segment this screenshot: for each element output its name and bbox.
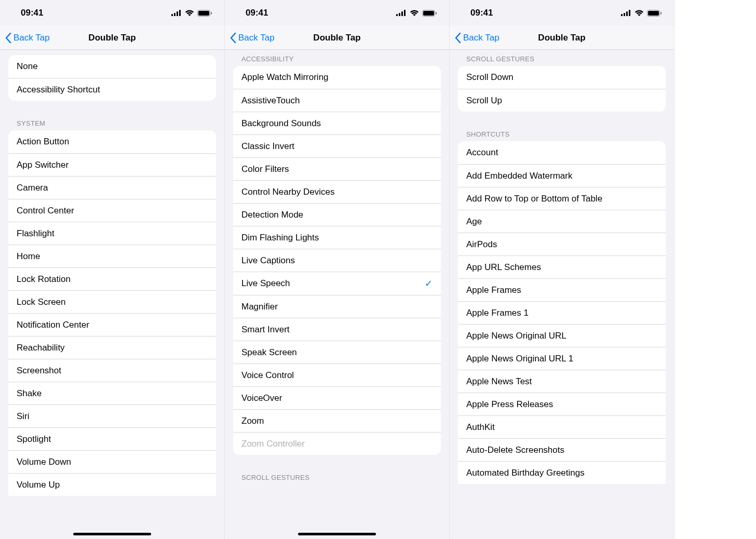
- svg-rect-12: [423, 11, 434, 16]
- back-label: Back Tap: [463, 33, 500, 43]
- list-item[interactable]: Account: [458, 141, 666, 164]
- list-item[interactable]: Siri: [8, 405, 216, 427]
- content-area[interactable]: None Accessibility Shortcut SYSTEM Actio…: [0, 50, 224, 539]
- list-item[interactable]: None: [8, 55, 216, 78]
- phone-1: 09:41 Back Tap Double Tap None Accessibi…: [0, 0, 225, 539]
- chevron-left-icon: [5, 33, 11, 43]
- list-item[interactable]: Apple Watch Mirroring: [233, 66, 441, 89]
- nav-title: Double Tap: [538, 33, 585, 43]
- cellular-icon: [396, 10, 407, 16]
- list-item[interactable]: Control Nearby Devices: [233, 180, 441, 203]
- checkmark-icon: ✓: [425, 278, 433, 289]
- nav-title: Double Tap: [313, 33, 360, 43]
- battery-icon: [647, 10, 662, 17]
- status-indicators: [171, 10, 212, 17]
- status-time: 09:41: [470, 8, 493, 18]
- list-item[interactable]: Volume Down: [8, 450, 216, 473]
- list-item[interactable]: Home: [8, 245, 216, 267]
- list-item[interactable]: AssistiveTouch: [233, 89, 441, 112]
- svg-rect-0: [171, 14, 173, 16]
- list-item[interactable]: Zoom: [233, 409, 441, 432]
- list-item[interactable]: AirPods: [458, 233, 666, 255]
- shortcuts-card: Account Add Embedded Watermark Add Row t…: [458, 141, 666, 484]
- home-indicator[interactable]: [73, 533, 151, 535]
- nav-bar: Back Tap Double Tap: [0, 26, 224, 50]
- svg-rect-6: [211, 12, 212, 15]
- list-item[interactable]: Apple News Original URL: [458, 324, 666, 347]
- list-item[interactable]: Apple News Original URL 1: [458, 347, 666, 370]
- list-item[interactable]: Speak Screen: [233, 341, 441, 363]
- list-item[interactable]: Background Sounds: [233, 112, 441, 134]
- svg-rect-7: [396, 14, 398, 16]
- svg-rect-14: [621, 14, 623, 16]
- status-indicators: [621, 10, 662, 17]
- list-item[interactable]: Voice Control: [233, 363, 441, 386]
- section-header-accessibility: ACCESSIBILITY: [225, 50, 449, 66]
- nav-title: Double Tap: [88, 33, 136, 43]
- svg-rect-3: [179, 10, 181, 16]
- list-item[interactable]: Camera: [8, 176, 216, 199]
- list-item[interactable]: Reachability: [8, 336, 216, 359]
- list-item[interactable]: Add Row to Top or Bottom of Table: [458, 187, 666, 210]
- status-time: 09:41: [21, 8, 43, 18]
- back-label: Back Tap: [238, 33, 275, 43]
- list-item[interactable]: Spotlight: [8, 427, 216, 450]
- list-item[interactable]: Live Speech✓: [233, 272, 441, 295]
- list-item[interactable]: Magnifier: [233, 295, 441, 318]
- list-item[interactable]: Auto-Delete Screenshots: [458, 438, 666, 461]
- list-item[interactable]: App URL Schemes: [458, 255, 666, 278]
- list-item[interactable]: Apple Frames: [458, 278, 666, 301]
- list-item[interactable]: Age: [458, 210, 666, 233]
- back-button[interactable]: Back Tap: [5, 33, 50, 43]
- content-area[interactable]: SCROLL GESTURES Scroll Down Scroll Up SH…: [450, 50, 674, 539]
- status-time: 09:41: [246, 8, 268, 18]
- list-item[interactable]: Detection Mode: [233, 203, 441, 226]
- list-item[interactable]: Screenshot: [8, 359, 216, 382]
- scroll-card: Scroll Down Scroll Up: [458, 66, 666, 112]
- list-item[interactable]: Flashlight: [8, 222, 216, 245]
- list-item[interactable]: Scroll Up: [458, 89, 666, 112]
- list-item[interactable]: Shake: [8, 382, 216, 405]
- section-header-scroll: SCROLL GESTURES: [450, 50, 674, 66]
- list-item[interactable]: Action Button: [8, 130, 216, 153]
- list-item: Zoom Controller: [233, 432, 441, 455]
- battery-icon: [197, 10, 212, 17]
- list-item[interactable]: Automated Birthday Greetings: [458, 461, 666, 484]
- list-item[interactable]: Smart Invert: [233, 318, 441, 341]
- list-item[interactable]: Lock Rotation: [8, 267, 216, 290]
- list-item[interactable]: App Switcher: [8, 153, 216, 176]
- list-item[interactable]: Dim Flashing Lights: [233, 226, 441, 249]
- list-item[interactable]: Volume Up: [8, 473, 216, 496]
- section-header-scroll: SCROLL GESTURES: [225, 465, 449, 484]
- wifi-icon: [410, 10, 419, 16]
- wifi-icon: [634, 10, 644, 16]
- back-button[interactable]: Back Tap: [455, 33, 500, 43]
- chevron-left-icon: [455, 33, 461, 43]
- list-item[interactable]: Notification Center: [8, 313, 216, 336]
- cellular-icon: [171, 10, 182, 16]
- nav-bar: Back Tap Double Tap: [450, 26, 674, 50]
- list-item[interactable]: Scroll Down: [458, 66, 666, 89]
- list-item[interactable]: Classic Invert: [233, 134, 441, 157]
- svg-rect-19: [648, 11, 659, 16]
- svg-rect-2: [177, 11, 178, 16]
- svg-rect-1: [174, 13, 176, 16]
- top-card: None Accessibility Shortcut: [8, 55, 216, 101]
- list-item[interactable]: Live Captions: [233, 249, 441, 272]
- list-item[interactable]: Lock Screen: [8, 290, 216, 313]
- system-card: Action Button App Switcher Camera Contro…: [8, 130, 216, 496]
- home-indicator[interactable]: [298, 533, 376, 535]
- list-item[interactable]: Accessibility Shortcut: [8, 78, 216, 101]
- back-button[interactable]: Back Tap: [230, 33, 275, 43]
- list-item[interactable]: Color Filters: [233, 157, 441, 180]
- phone-3: 09:41 Back Tap Double Tap SCROLL GESTURE…: [450, 0, 674, 539]
- list-item[interactable]: VoiceOver: [233, 386, 441, 409]
- list-item[interactable]: Apple Press Releases: [458, 393, 666, 415]
- cellular-icon: [621, 10, 631, 16]
- list-item[interactable]: AuthKit: [458, 415, 666, 438]
- list-item[interactable]: Apple News Test: [458, 370, 666, 393]
- content-area[interactable]: ACCESSIBILITY Apple Watch Mirroring Assi…: [225, 50, 449, 539]
- list-item[interactable]: Control Center: [8, 199, 216, 222]
- list-item[interactable]: Apple Frames 1: [458, 301, 666, 324]
- list-item[interactable]: Add Embedded Watermark: [458, 164, 666, 187]
